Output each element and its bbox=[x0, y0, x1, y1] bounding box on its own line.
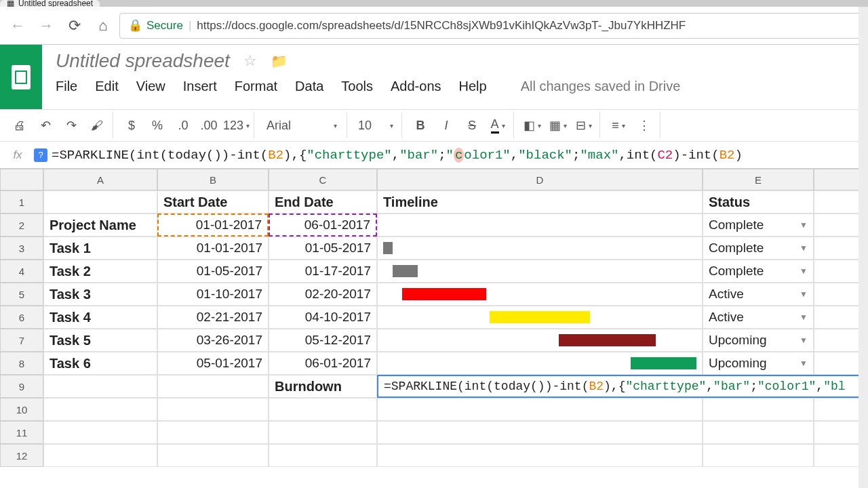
row-header[interactable]: 1 bbox=[0, 190, 43, 214]
back-button[interactable]: ← bbox=[5, 14, 30, 38]
menu-tools[interactable]: Tools bbox=[341, 79, 373, 94]
dropdown-icon[interactable]: ▼ bbox=[800, 220, 808, 230]
browser-tab[interactable]: ▦ Untitled spreadsheet bbox=[0, 0, 100, 7]
sheets-logo-icon[interactable] bbox=[0, 45, 42, 109]
menu-insert[interactable]: Insert bbox=[183, 79, 217, 94]
fill-color-button[interactable]: ◧ bbox=[521, 115, 544, 136]
font-family-select[interactable]: Arial bbox=[261, 115, 342, 136]
dropdown-icon[interactable]: ▼ bbox=[800, 289, 808, 299]
col-header-e[interactable]: E bbox=[703, 169, 814, 190]
cell[interactable] bbox=[157, 375, 269, 398]
cell[interactable] bbox=[157, 398, 269, 421]
sparkline-cell[interactable] bbox=[377, 352, 703, 375]
status-cell[interactable]: Complete▼ bbox=[703, 260, 814, 283]
cell[interactable] bbox=[269, 398, 377, 421]
cell[interactable] bbox=[157, 421, 269, 444]
cell[interactable]: 04-10-2017 bbox=[269, 306, 377, 329]
dropdown-icon[interactable]: ▼ bbox=[800, 312, 808, 322]
cell[interactable]: Start Date bbox=[157, 190, 269, 214]
decrease-decimal-icon[interactable]: .0 bbox=[172, 115, 195, 136]
cell[interactable]: Task 1 bbox=[43, 237, 157, 260]
sparkline-cell[interactable] bbox=[377, 260, 703, 283]
cell[interactable] bbox=[377, 398, 703, 421]
col-header-c[interactable]: C bbox=[269, 169, 377, 190]
cell[interactable]: 01-01-2017 bbox=[157, 214, 269, 237]
home-button[interactable]: ⌂ bbox=[91, 14, 115, 38]
doc-title[interactable]: Untitled spreadsheet bbox=[56, 50, 230, 72]
cell-editing-formula[interactable]: =SPARKLINE(int(today())-int(B2),{"chartt… bbox=[377, 375, 868, 398]
cell[interactable] bbox=[703, 444, 814, 467]
cell[interactable]: 06-01-2017 bbox=[269, 214, 377, 237]
star-icon[interactable]: ☆ bbox=[243, 52, 257, 70]
dropdown-icon[interactable]: ▼ bbox=[800, 243, 808, 253]
formula-help-icon[interactable]: ? bbox=[34, 148, 47, 162]
status-cell[interactable]: Complete▼ bbox=[703, 237, 814, 260]
row-header[interactable]: 2 bbox=[0, 214, 43, 237]
increase-decimal-icon[interactable]: .00 bbox=[197, 115, 220, 136]
horizontal-align-button[interactable]: ≡ bbox=[607, 115, 630, 136]
cell[interactable]: 05-01-2017 bbox=[157, 352, 269, 375]
cell[interactable] bbox=[43, 375, 157, 398]
cell[interactable]: 01-17-2017 bbox=[269, 260, 377, 283]
reload-button[interactable]: ⟳ bbox=[62, 14, 87, 38]
row-header[interactable]: 6 bbox=[0, 306, 43, 329]
menu-file[interactable]: File bbox=[56, 79, 77, 94]
dropdown-icon[interactable]: ▼ bbox=[800, 266, 808, 276]
row-header[interactable]: 5 bbox=[0, 283, 43, 306]
cell[interactable]: 02-21-2017 bbox=[157, 306, 269, 329]
col-header-b[interactable]: B bbox=[157, 169, 269, 190]
cell[interactable] bbox=[43, 444, 157, 467]
print-icon[interactable]: 🖨 bbox=[8, 115, 31, 136]
borders-button[interactable]: ▦ bbox=[547, 115, 570, 136]
dropdown-icon[interactable]: ▼ bbox=[800, 359, 808, 368]
row-header[interactable]: 7 bbox=[0, 329, 43, 352]
redo-icon[interactable]: ↷ bbox=[60, 115, 83, 136]
sparkline-cell[interactable] bbox=[377, 329, 703, 352]
sparkline-cell[interactable] bbox=[377, 283, 703, 306]
status-cell[interactable]: Upcoming▼ bbox=[703, 352, 814, 375]
cell[interactable] bbox=[157, 444, 269, 467]
cell[interactable]: Timeline bbox=[377, 190, 703, 214]
cell[interactable]: Task 4 bbox=[43, 306, 157, 329]
text-color-button[interactable]: A bbox=[486, 115, 509, 136]
cell[interactable] bbox=[377, 214, 703, 237]
row-header[interactable]: 4 bbox=[0, 260, 43, 283]
cell[interactable]: End Date bbox=[269, 190, 377, 214]
more-tools-icon[interactable]: ⋮ bbox=[633, 115, 656, 136]
row-header[interactable]: 11 bbox=[0, 421, 43, 444]
strikethrough-button[interactable]: S bbox=[460, 115, 484, 136]
sparkline-cell[interactable] bbox=[377, 306, 703, 329]
row-header[interactable]: 3 bbox=[0, 237, 43, 260]
status-cell[interactable]: Upcoming▼ bbox=[703, 329, 814, 352]
cell[interactable] bbox=[43, 190, 157, 214]
undo-icon[interactable]: ↶ bbox=[34, 115, 57, 136]
cell[interactable]: 01-05-2017 bbox=[269, 237, 377, 260]
cell[interactable]: Project Name bbox=[43, 214, 157, 237]
menu-help[interactable]: Help bbox=[459, 79, 487, 94]
number-format-button[interactable]: 123 bbox=[223, 115, 250, 136]
percent-icon[interactable]: % bbox=[146, 115, 169, 136]
font-size-select[interactable]: 10 bbox=[354, 115, 397, 136]
vertical-scrollbar[interactable] bbox=[859, 7, 868, 488]
row-header[interactable]: 12 bbox=[0, 444, 43, 467]
cell[interactable]: 05-12-2017 bbox=[269, 329, 377, 352]
cell[interactable] bbox=[269, 444, 377, 467]
sparkline-cell[interactable] bbox=[377, 237, 703, 260]
bold-button[interactable]: B bbox=[409, 115, 432, 136]
cell[interactable]: Burndown bbox=[269, 375, 377, 398]
cell[interactable] bbox=[703, 398, 814, 421]
menu-edit[interactable]: Edit bbox=[95, 79, 118, 94]
row-header[interactable]: 8 bbox=[0, 352, 43, 375]
menu-addons[interactable]: Add-ons bbox=[391, 79, 441, 94]
cell[interactable]: 01-01-2017 bbox=[157, 237, 269, 260]
cell[interactable] bbox=[43, 398, 157, 421]
dropdown-icon[interactable]: ▼ bbox=[800, 336, 808, 345]
paint-format-icon[interactable]: 🖌 bbox=[85, 115, 108, 136]
menu-format[interactable]: Format bbox=[235, 79, 277, 94]
col-header-d[interactable]: D bbox=[377, 169, 703, 190]
formula-bar[interactable]: fx ? =SPARKLINE(int(today())-int(B2),{"c… bbox=[0, 142, 868, 169]
merge-cells-button[interactable]: ⊟ bbox=[572, 115, 595, 136]
cell[interactable]: Status bbox=[703, 190, 814, 214]
status-cell[interactable]: Active▼ bbox=[703, 306, 814, 329]
cell[interactable]: 01-10-2017 bbox=[157, 283, 269, 306]
